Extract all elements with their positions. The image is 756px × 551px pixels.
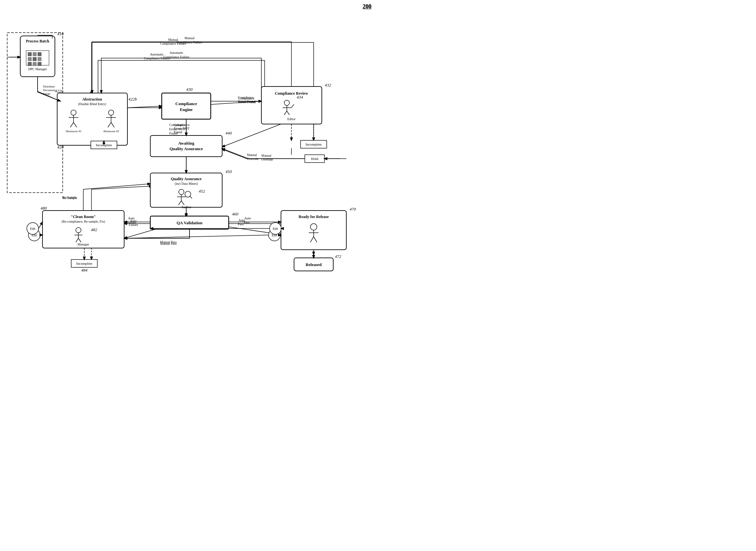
svg-text:Engine: Engine — [180, 107, 193, 112]
id-470: 470 — [349, 207, 356, 211]
id-422a: 422a — [55, 88, 64, 93]
svg-text:Pass: Pass — [238, 222, 244, 226]
svg-text:Edit: Edit — [30, 227, 36, 230]
svg-rect-51 — [162, 93, 211, 119]
id-434: 434 — [297, 95, 303, 99]
svg-text:(Re-compliance, Re-sample, Fix: (Re-compliance, Re-sample, Fix) — [61, 220, 105, 223]
dpc-manager-label: DPC Manager — [28, 67, 47, 71]
svg-text:Compliance Failure: Compliance Failure — [177, 40, 203, 44]
svg-text:Ready for Release: Ready for Release — [299, 214, 329, 219]
id-410: 410 — [57, 31, 64, 36]
svg-text:Re-Sample: Re-Sample — [62, 195, 77, 199]
process-batch-label: Process Batch — [26, 39, 49, 43]
id-450: 450 — [225, 169, 232, 174]
svg-point-87 — [284, 100, 289, 105]
svg-text:(incl Data Mines): (incl Data Mines) — [175, 182, 198, 186]
svg-text:Compliance Review: Compliance Review — [275, 91, 308, 96]
ref-420: 420 — [57, 145, 64, 149]
hold-label: Hold — [311, 157, 318, 161]
svg-rect-22 — [28, 52, 32, 56]
svg-text:Auto: Auto — [128, 216, 135, 220]
svg-line-106 — [124, 235, 269, 238]
svg-text:Manual Pass: Manual Pass — [160, 240, 177, 244]
id-484: 484 — [81, 268, 87, 272]
svg-text:Quality Assurance: Quality Assurance — [170, 146, 203, 151]
id-452: 452 — [199, 189, 205, 193]
svg-text:Abstractor #2: Abstractor #2 — [103, 130, 119, 133]
svg-text:Edit: Edit — [273, 227, 278, 230]
editor-label: Editor — [287, 117, 296, 121]
id-482: 482 — [91, 227, 97, 232]
incomplete-2-label: Incomplete — [305, 142, 322, 146]
svg-point-77 — [76, 227, 81, 233]
id-460: 460 — [232, 211, 239, 216]
diagram-container: 200 — [0, 0, 378, 276]
auto-compliance-failure-label: Automatic — [150, 53, 164, 56]
svg-text:Failure: Failure — [127, 221, 136, 224]
id-440: 440 — [225, 130, 232, 135]
svg-point-100 — [310, 223, 317, 230]
svg-text:Awaiting: Awaiting — [178, 141, 194, 145]
svg-rect-25 — [28, 57, 32, 61]
svg-line-148 — [39, 222, 42, 228]
svg-point-44 — [108, 110, 114, 115]
flow-diagram: Process Batch DPC Manager 410 Distribute… — [0, 0, 378, 276]
svg-text:(Double Blind Entry): (Double Blind Entry) — [78, 102, 106, 106]
manual-override-label: Manual — [261, 154, 271, 157]
svg-text:Compliance: Compliance — [238, 96, 254, 99]
svg-text:Automatic: Automatic — [170, 51, 184, 54]
distribute-label: Distribute — [43, 85, 55, 88]
svg-rect-28 — [28, 62, 32, 66]
svg-text:Pass: Pass — [244, 221, 250, 224]
svg-text:Compliance Failure: Compliance Failure — [163, 55, 190, 59]
manager-label: Manager — [77, 242, 89, 246]
svg-rect-27 — [38, 57, 41, 61]
svg-text:Abstraction: Abstraction — [82, 97, 102, 101]
svg-rect-30 — [38, 62, 41, 66]
svg-text:Override: Override — [247, 157, 259, 161]
svg-text:Errors Found: Errors Found — [238, 100, 255, 103]
svg-text:Compliance: Compliance — [169, 123, 185, 127]
incomplete-3-label: Incomplete — [76, 261, 92, 265]
svg-text:Auto: Auto — [244, 216, 251, 220]
id-422b: 422b — [129, 97, 137, 101]
svg-point-38 — [71, 110, 76, 115]
page-number: 200 — [362, 3, 371, 10]
id-430: 430 — [186, 87, 193, 92]
id-432: 432 — [325, 83, 331, 87]
svg-text:Found: Found — [169, 131, 178, 135]
svg-text:Manual: Manual — [247, 153, 257, 157]
svg-rect-24 — [38, 52, 41, 56]
svg-line-13 — [222, 124, 281, 147]
id-472: 472 — [335, 254, 341, 259]
svg-text:Override: Override — [261, 158, 273, 161]
svg-text:Quality Assurance: Quality Assurance — [171, 176, 202, 181]
svg-text:Document: Document — [43, 88, 55, 92]
svg-point-63 — [179, 189, 184, 194]
svg-text:Released: Released — [305, 262, 322, 267]
svg-rect-23 — [33, 52, 37, 56]
svg-text:Compliance: Compliance — [176, 101, 197, 106]
svg-text:Manual: Manual — [185, 36, 195, 40]
svg-text:Errors NOT: Errors NOT — [169, 127, 185, 131]
svg-rect-26 — [33, 57, 37, 61]
id-480: 480 — [40, 206, 47, 210]
svg-text:"Clean Room": "Clean Room" — [71, 214, 96, 219]
svg-rect-29 — [33, 62, 37, 66]
svg-text:QA Validation: QA Validation — [177, 220, 203, 225]
svg-text:Abstractor #1: Abstractor #1 — [65, 130, 81, 133]
